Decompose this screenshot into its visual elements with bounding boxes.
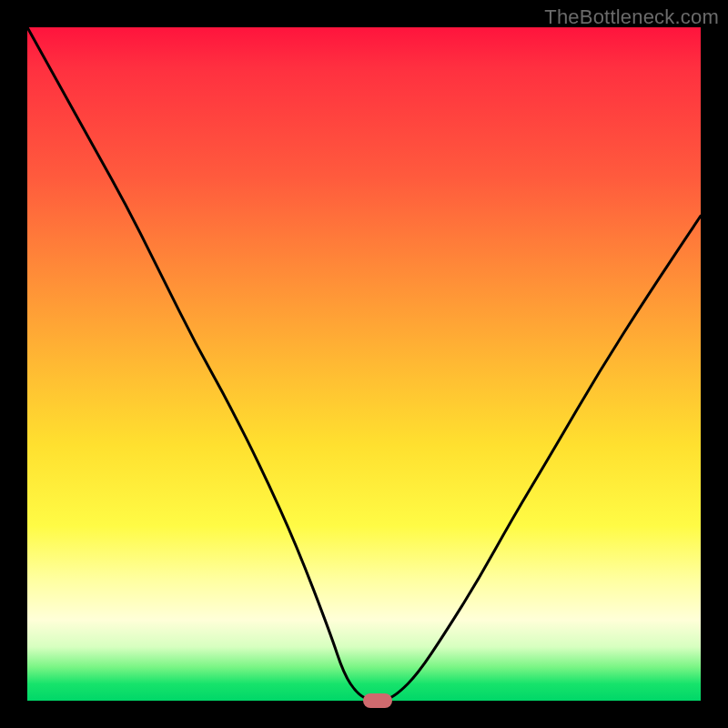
plot-area bbox=[27, 27, 701, 701]
optimal-marker bbox=[363, 693, 392, 708]
watermark-text: TheBottleneck.com bbox=[544, 5, 719, 29]
bottleneck-curve bbox=[27, 27, 701, 701]
chart-frame: TheBottleneck.com bbox=[0, 0, 728, 728]
